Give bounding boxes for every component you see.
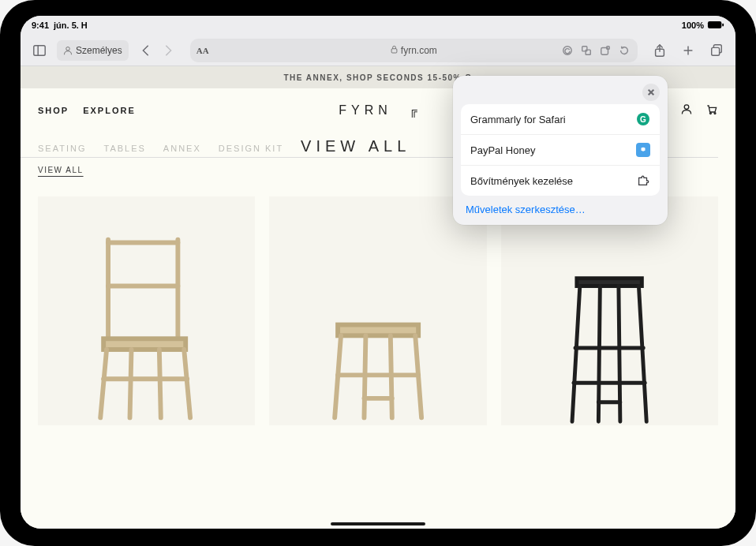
extension-honey[interactable]: PayPal Honey (461, 135, 660, 166)
puzzle-icon (636, 174, 650, 188)
cat-design-kit[interactable]: DESIGN KIT (219, 144, 283, 153)
manage-extensions[interactable]: Bővítmények kezelése (461, 166, 660, 196)
profile-label: Személyes (76, 45, 122, 56)
svg-rect-16 (712, 47, 720, 55)
grammarly-icon: G (636, 112, 650, 126)
home-indicator[interactable] (331, 522, 425, 525)
forward-button (157, 39, 179, 62)
battery-percent: 100% (682, 21, 704, 30)
view-all-link[interactable]: VIEW ALL (38, 166, 84, 174)
honey-icon (636, 143, 650, 157)
cart-icon[interactable] (705, 103, 718, 118)
product-stool[interactable] (269, 196, 486, 425)
extensions-icon[interactable] (597, 42, 614, 59)
edit-actions-link[interactable]: Műveletek szerkesztése… (461, 196, 660, 217)
battery-icon (707, 21, 724, 31)
cat-seating[interactable]: SEATING (38, 144, 86, 153)
text-size-button[interactable]: AA (196, 46, 209, 55)
screen: 9:41 jún. 5. H 100% Személyes (21, 16, 735, 529)
svg-point-18 (709, 113, 711, 114)
grammarly-addr-icon[interactable] (559, 42, 576, 59)
svg-point-19 (714, 113, 716, 114)
status-time: 9:41 (32, 21, 49, 30)
svg-rect-1 (708, 21, 721, 28)
new-tab-button[interactable] (677, 39, 699, 62)
url-text: fyrn.com (401, 45, 437, 56)
cat-view-all-title: VIEW ALL (301, 137, 410, 155)
svg-rect-6 (391, 48, 397, 52)
close-icon[interactable] (642, 84, 660, 101)
svg-rect-3 (34, 45, 45, 55)
svg-point-17 (684, 105, 689, 110)
share-button[interactable] (649, 39, 671, 62)
status-date: jún. 5. H (54, 21, 88, 30)
cat-annex[interactable]: ANNEX (163, 144, 201, 153)
svg-point-5 (66, 47, 70, 50)
promo-text: THE ANNEX, SHOP SECONDS 15-50% O (283, 73, 472, 82)
extension-label: PayPal Honey (470, 144, 535, 156)
svg-rect-22 (577, 279, 642, 286)
product-tall-stool[interactable] (501, 196, 718, 425)
reload-icon[interactable] (616, 42, 633, 59)
svg-rect-2 (722, 23, 724, 26)
logo-mark-icon: ╔ (410, 104, 417, 117)
status-bar: 9:41 jún. 5. H 100% (21, 16, 735, 35)
translate-icon[interactable] (578, 42, 595, 59)
site-logo[interactable]: FYRN ╔ (339, 103, 417, 118)
tabs-button[interactable] (705, 39, 728, 62)
extensions-list: Grammarly for Safari G PayPal Honey Bőví… (461, 104, 660, 196)
extension-label: Grammarly for Safari (470, 114, 566, 125)
svg-rect-8 (582, 46, 587, 50)
profile-button[interactable]: Személyes (57, 40, 129, 61)
manage-label: Bővítmények kezelése (470, 175, 573, 187)
svg-rect-21 (338, 324, 418, 335)
back-button[interactable] (135, 39, 157, 62)
svg-rect-9 (586, 50, 590, 54)
safari-toolbar: Személyes AA fyrn.com (21, 35, 735, 66)
cat-tables[interactable]: TABLES (103, 144, 145, 153)
logo-text: FYRN (339, 103, 392, 118)
extensions-popover: Grammarly for Safari G PayPal Honey Bőví… (453, 76, 668, 225)
lock-icon (391, 45, 398, 56)
product-chair[interactable] (38, 196, 255, 425)
account-icon[interactable] (680, 103, 693, 118)
ipad-frame: 9:41 jún. 5. H 100% Személyes (0, 0, 756, 546)
svg-rect-20 (103, 338, 185, 350)
extension-grammarly[interactable]: Grammarly for Safari G (461, 104, 660, 135)
sidebar-toggle-icon[interactable] (28, 39, 51, 62)
nav-shop[interactable]: SHOP (38, 106, 69, 115)
nav-explore[interactable]: EXPLORE (83, 106, 136, 115)
address-bar[interactable]: AA fyrn.com (190, 39, 638, 62)
